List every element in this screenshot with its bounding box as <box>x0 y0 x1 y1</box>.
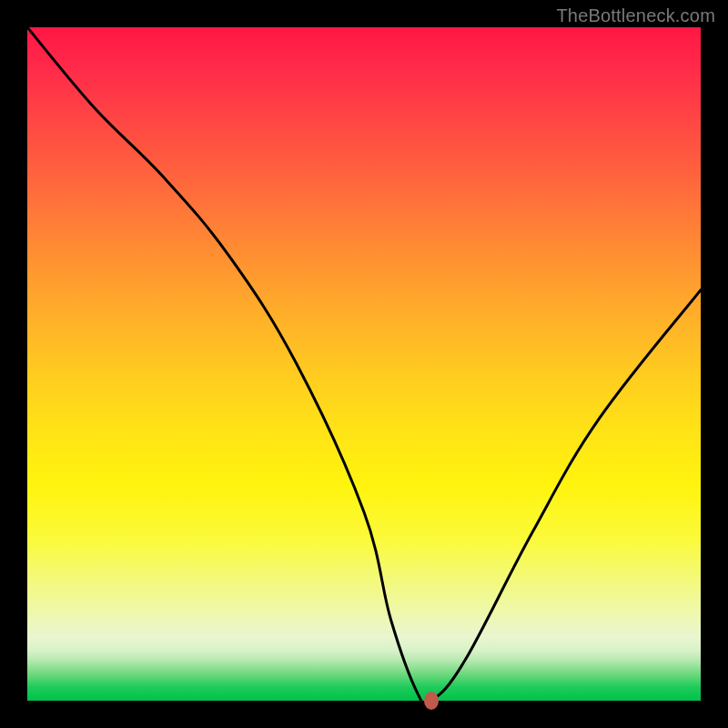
chart-frame: TheBottleneck.com <box>0 0 728 728</box>
chart-curve <box>27 27 701 701</box>
watermark-text: TheBottleneck.com <box>556 5 715 26</box>
plot-area <box>27 27 701 701</box>
curve-path <box>27 27 701 701</box>
optimal-marker <box>424 692 439 710</box>
